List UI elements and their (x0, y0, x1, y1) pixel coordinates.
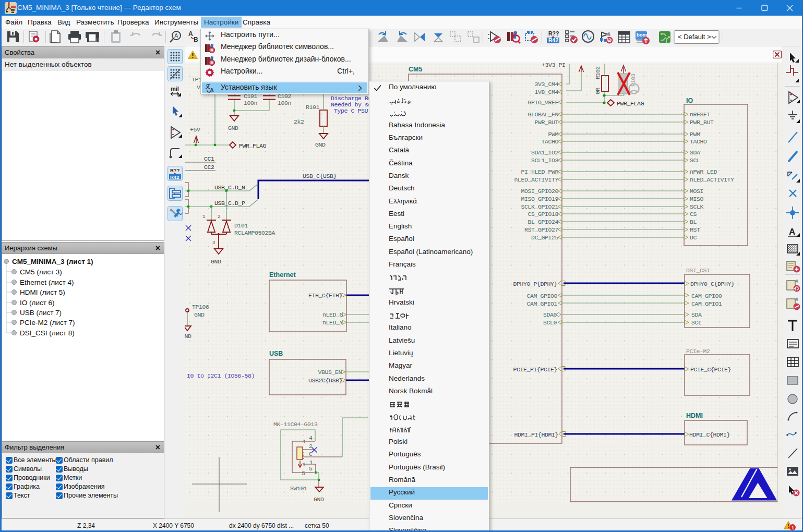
svg-text:HDMI_C{HDMI}: HDMI_C{HDMI} (689, 431, 730, 438)
svg-text:SDA1_IO2: SDA1_IO2 (531, 149, 559, 156)
svg-text:MK-11C04-G013: MK-11C04-G013 (273, 421, 318, 428)
svg-text:RST: RST (690, 226, 700, 233)
svg-text:CS: CS (690, 211, 697, 217)
svg-text:VBUS_EN: VBUS_EN (318, 369, 342, 376)
svg-text:GND: GND (185, 333, 191, 340)
svg-text:ETH_C{ETH}: ETH_C{ETH} (308, 292, 342, 299)
svg-text:RCLAMP0502BA: RCLAMP0502BA (234, 229, 275, 236)
svg-text:CS_GPIO18: CS_GPIO18 (528, 211, 558, 217)
svg-text:4: 4 (309, 434, 313, 441)
svg-text:SCL0: SCL0 (543, 319, 557, 326)
svg-text:USB_C{USB}: USB_C{USB} (303, 173, 337, 179)
svg-text:PWM: PWM (548, 131, 558, 138)
svg-text:R101: R101 (306, 104, 320, 111)
svg-text:< Default >: < Default > (678, 33, 711, 41)
svg-text:USB: USB (269, 350, 283, 357)
svg-text:DSI_CSI: DSI_CSI (686, 267, 710, 274)
svg-text:GND: GND (314, 496, 324, 503)
svg-text:RST_GPIO27: RST_GPIO27 (524, 226, 558, 233)
svg-text:SW101: SW101 (290, 485, 307, 492)
svg-text:A: A (188, 30, 193, 38)
svg-text:R??: R?? (170, 167, 180, 173)
svg-text:BL: BL (690, 219, 697, 225)
svg-text:SDA: SDA (690, 149, 700, 156)
svg-text:100n: 100n (244, 100, 257, 106)
svg-text:R42: R42 (548, 37, 558, 43)
svg-text:CAM_GPIO0: CAM_GPIO0 (526, 293, 557, 299)
svg-text:SCL: SCL (691, 319, 702, 326)
svg-text:DPHY0_P{DPHY}: DPHY0_P{DPHY} (513, 281, 557, 287)
svg-text:USB (лист 7): USB (лист 7) (20, 309, 62, 317)
svg-text:SCL1_IO3: SCL1_IO3 (531, 157, 559, 164)
svg-text:CAM_GPIO0: CAM_GPIO0 (691, 293, 722, 299)
svg-text:PCIE_PI{PCIE}: PCIE_PI{PCIE} (513, 366, 557, 373)
svg-text:MISO: MISO (690, 196, 704, 202)
svg-text:MISO_GPIO19: MISO_GPIO19 (521, 196, 558, 202)
svg-text:A: A (210, 87, 214, 93)
svg-text:CAM_GPIO1: CAM_GPIO1 (526, 300, 557, 307)
svg-text:1: 1 (202, 214, 205, 220)
svg-text:2: 2 (309, 443, 313, 450)
svg-text:MOSI_GPIO20: MOSI_GPIO20 (521, 188, 558, 195)
svg-text:2: 2 (218, 214, 220, 220)
svg-text:GND: GND (315, 141, 326, 148)
svg-text:Ethernet (лист 4): Ethernet (лист 4) (20, 279, 74, 286)
svg-text:HDMI (лист 5): HDMI (лист 5) (20, 288, 65, 296)
svg-text:C: C (309, 451, 313, 457)
svg-text:PWR_FLAG: PWR_FLAG (239, 142, 267, 149)
svg-text:PWM: PWM (690, 131, 700, 138)
svg-text:GND: GND (228, 125, 238, 131)
svg-text:A: A (174, 32, 178, 39)
svg-text:A: A (789, 227, 795, 237)
svg-text:nLED_G: nLED_G (322, 311, 343, 318)
svg-text:nLED_ACTIVITY: nLED_ACTIVITY (690, 176, 734, 183)
svg-text:GPIO_VREF: GPIO_VREF (528, 99, 558, 106)
svg-text:bom: bom (637, 32, 647, 38)
svg-text:nLED_Y: nLED_Y (322, 319, 343, 326)
svg-text:nRESET: nRESET (690, 111, 711, 118)
svg-text:BL_GPIO24: BL_GPIO24 (528, 219, 558, 225)
svg-text:GND: GND (211, 258, 221, 265)
svg-text:PWR_FLAG: PWR_FLAG (617, 100, 644, 107)
svg-text:1: 1 (792, 525, 795, 530)
svg-text:R42: R42 (170, 174, 179, 180)
svg-text:SCLK_GPIO21: SCLK_GPIO21 (521, 203, 558, 210)
svg-text:HDMI_PI{HDMI}: HDMI_PI{HDMI} (514, 431, 558, 438)
svg-text:PWR_BUT: PWR_BUT (690, 119, 714, 126)
svg-text:0R: 0R (595, 88, 601, 94)
svg-text:2k2: 2k2 (294, 118, 304, 125)
svg-text:R??: R?? (548, 30, 559, 37)
svg-text:PI_nLED_PWR: PI_nLED_PWR (521, 168, 558, 175)
svg-text:MOSI: MOSI (690, 188, 703, 195)
svg-text:CM5_MINIMA_3 (лист 1): CM5_MINIMA_3 (лист 1) (12, 258, 93, 265)
svg-text:TP106: TP106 (192, 304, 209, 310)
svg-text:B: B (194, 36, 198, 43)
svg-text:+5V: +5V (190, 126, 200, 133)
svg-text:USB_C.D_P: USB_C.D_P (214, 200, 245, 207)
svg-text:1: 1 (302, 461, 306, 468)
svg-text:3: 3 (212, 240, 215, 246)
svg-text:HDMI: HDMI (686, 412, 703, 419)
svg-text:CM5 (лист 3): CM5 (лист 3) (20, 268, 62, 276)
svg-text:I0 to I2C1 (IO56-58): I0 to I2C1 (IO56-58) (187, 372, 255, 379)
svg-text:4: 4 (302, 438, 306, 445)
svg-text:R102: R102 (595, 66, 601, 79)
svg-text:GLOBAL_EN: GLOBAL_EN (528, 111, 558, 118)
svg-text:5: 5 (302, 470, 305, 477)
svg-text:SDA: SDA (691, 311, 702, 318)
svg-text:DSI_CSI (лист 8): DSI_CSI (лист 8) (20, 329, 75, 337)
svg-text:CC2: CC2 (204, 164, 214, 171)
svg-text:Type C PSU: Type C PSU (334, 107, 368, 114)
svg-text:IO (лист 6): IO (лист 6) (20, 299, 55, 307)
svg-text:D101: D101 (234, 222, 248, 229)
svg-text:100n: 100n (278, 100, 291, 106)
svg-text:DC_GPI25: DC_GPI25 (531, 234, 559, 241)
svg-text:3V3_CM4: 3V3_CM4 (534, 81, 558, 88)
svg-text:5: 5 (309, 465, 313, 472)
svg-text:1V8_CM4: 1V8_CM4 (534, 89, 558, 95)
svg-text:PCIe-M2: PCIe-M2 (686, 348, 710, 355)
svg-text:PWR_BUT: PWR_BUT (534, 119, 558, 126)
svg-text:CM5: CM5 (409, 66, 422, 73)
svg-text:TACHO: TACHO (541, 138, 558, 145)
svg-text:nPWR_LED: nPWR_LED (690, 168, 717, 175)
